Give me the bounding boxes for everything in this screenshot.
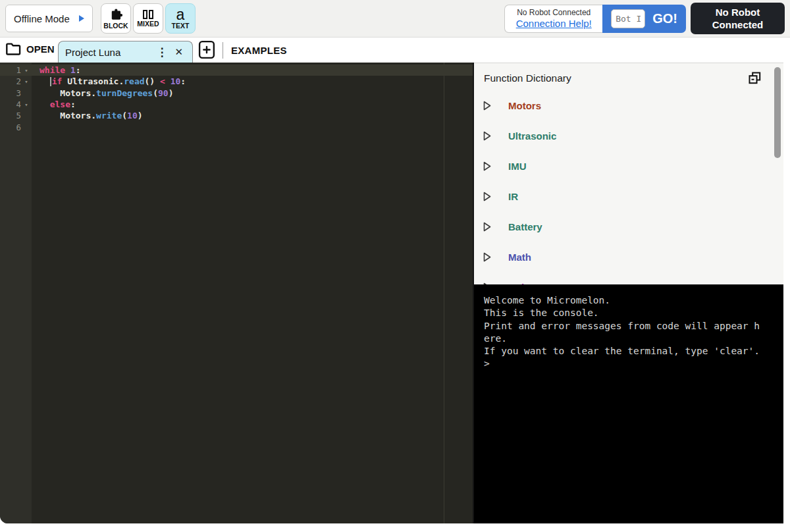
dictionary-item-label: Battery [508, 221, 542, 232]
function-dictionary-panel: Function Dictionary MotorsUltrasonicIMUI… [474, 63, 783, 284]
window-right-margin [783, 63, 790, 532]
popout-windows-icon[interactable] [749, 72, 761, 84]
text-mode-label: TEXT [172, 22, 190, 30]
dictionary-item-label: IMU [508, 161, 527, 172]
expand-triangle-icon[interactable] [483, 130, 492, 142]
code-text: while 1: [32, 65, 81, 75]
line-number[interactable]: 1▾ [0, 65, 32, 75]
robot-status-line1: No Robot [716, 6, 760, 18]
robot-status-line2: Connected [712, 18, 764, 31]
text-mode-button[interactable]: a TEXT [165, 3, 196, 34]
bot-id-input[interactable] [611, 9, 645, 28]
dictionary-item-label: Motors [508, 100, 541, 111]
code-line[interactable]: 6 [0, 121, 473, 132]
right-panel: Function Dictionary MotorsUltrasonicIMUI… [473, 63, 783, 523]
dictionary-item-label: Robot [508, 282, 537, 285]
tab-menu-kebab-icon[interactable]: ⋮ [151, 45, 172, 59]
dictionary-item-label: IR [508, 191, 518, 202]
code-line[interactable]: 5 Motors.write(10) [0, 110, 473, 121]
dictionary-item-label: Ultrasonic [508, 130, 556, 142]
connect-control-group: No Robot Connected Connection Help! GO! [504, 5, 686, 33]
dictionary-item-battery[interactable]: Battery [474, 211, 783, 242]
dictionary-item-imu[interactable]: IMU [474, 151, 783, 181]
mixed-mode-label: MIXED [137, 20, 159, 28]
expand-triangle-icon[interactable] [483, 161, 492, 172]
bot-id-go-box: GO! [602, 5, 686, 33]
robot-status-badge: No Robot Connected [691, 3, 785, 34]
function-dictionary-header: Function Dictionary [474, 63, 783, 84]
dictionary-item-motors[interactable]: Motors [474, 90, 783, 120]
toolbar-divider [223, 42, 223, 59]
micromelon-ide-window: Offline Mode BLOCK MIXED a TEXT N [0, 0, 790, 532]
dictionary-item-robot[interactable]: Robot [474, 272, 783, 284]
text-a-icon: a [176, 8, 185, 21]
connection-status-text: No Robot Connected [517, 8, 591, 17]
connection-cluster: No Robot Connected Connection Help! GO! … [504, 3, 785, 34]
go-button[interactable]: GO! [652, 11, 677, 26]
fold-arrow-icon: ▾ [21, 67, 32, 74]
fold-arrow-icon: ▾ [21, 78, 32, 85]
offline-mode-dropdown[interactable]: Offline Mode [5, 5, 93, 32]
text-cursor [50, 77, 51, 86]
new-file-icon [198, 40, 216, 59]
chevron-right-icon [79, 15, 84, 22]
console-line: Print and error messages from code will … [484, 320, 778, 332]
block-mode-button[interactable]: BLOCK [101, 3, 131, 34]
scrollbar-thumb[interactable] [774, 67, 781, 158]
connection-help-link[interactable]: Connection Help! [516, 18, 592, 29]
dictionary-item-label: Math [508, 252, 531, 263]
code-line[interactable]: 1▾while 1: [0, 65, 473, 76]
project-tab[interactable]: Project Luna ⋮ ✕ [58, 41, 193, 63]
top-toolbar: Offline Mode BLOCK MIXED a TEXT N [0, 0, 790, 38]
expand-triangle-icon[interactable] [483, 191, 492, 202]
code-text: Motors.turnDegrees(90) [32, 88, 174, 98]
line-number[interactable]: 5 [0, 111, 32, 120]
console-terminal[interactable]: Welcome to Micromelon.This is the consol… [474, 284, 783, 523]
project-tab-title: Project Luna [65, 47, 151, 58]
new-file-button[interactable] [198, 40, 216, 62]
function-dictionary-title: Function Dictionary [484, 72, 571, 84]
dictionary-item-ir[interactable]: IR [474, 181, 783, 211]
tab-bar: OPEN Project Luna ⋮ ✕ EXAMPLES [0, 38, 790, 63]
mode-switch-group: BLOCK MIXED a TEXT [101, 3, 196, 34]
code-editor[interactable]: 1▾while 1:2▾ if Ultrasonic.read() < 10:3… [0, 63, 473, 523]
line-number[interactable]: 6 [0, 122, 32, 132]
mixed-mode-button[interactable]: MIXED [133, 3, 163, 34]
connection-info-box: No Robot Connected Connection Help! [504, 5, 602, 33]
code-text: Motors.write(10) [32, 111, 143, 120]
console-line: Welcome to Micromelon. [484, 294, 778, 307]
code-line[interactable]: 4▾ else: [0, 99, 473, 110]
code-line[interactable]: 3 Motors.turnDegrees(90) [0, 88, 473, 99]
open-label: OPEN [26, 43, 55, 55]
puzzle-icon [109, 8, 123, 21]
expand-triangle-icon[interactable] [483, 252, 492, 263]
folder-icon [5, 42, 22, 55]
dictionary-item-ultrasonic[interactable]: Ultrasonic [474, 120, 783, 151]
code-lines: 1▾while 1:2▾ if Ultrasonic.read() < 10:3… [0, 63, 473, 133]
console-line: If you want to clear the terminal, type … [484, 345, 778, 358]
code-text: else: [32, 99, 76, 109]
expand-triangle-icon[interactable] [483, 282, 492, 285]
block-mode-label: BLOCK [103, 22, 128, 30]
dictionary-item-math[interactable]: Math [474, 242, 783, 272]
split-panels-icon [143, 10, 153, 19]
line-number[interactable]: 3 [0, 88, 32, 98]
expand-triangle-icon[interactable] [483, 221, 492, 232]
console-line: > [484, 358, 778, 370]
expand-triangle-icon[interactable] [483, 100, 492, 111]
console-line: This is the console. [484, 307, 778, 319]
code-line[interactable]: 2▾ if Ultrasonic.read() < 10: [0, 76, 473, 87]
code-text: if Ultrasonic.read() < 10: [32, 76, 186, 86]
offline-mode-label: Offline Mode [14, 13, 70, 24]
open-button[interactable]: OPEN [5, 42, 55, 55]
function-dictionary-list: MotorsUltrasonicIMUIRBatteryMathRobot [474, 90, 783, 284]
tab-close-icon[interactable]: ✕ [172, 46, 186, 58]
examples-button[interactable]: EXAMPLES [231, 45, 287, 56]
console-line: ere. [484, 332, 778, 345]
line-number[interactable]: 2▾ [0, 76, 32, 86]
main-content: 1▾while 1:2▾ if Ultrasonic.read() < 10:3… [0, 63, 790, 532]
fold-arrow-icon: ▾ [21, 101, 32, 108]
line-number[interactable]: 4▾ [0, 99, 32, 109]
